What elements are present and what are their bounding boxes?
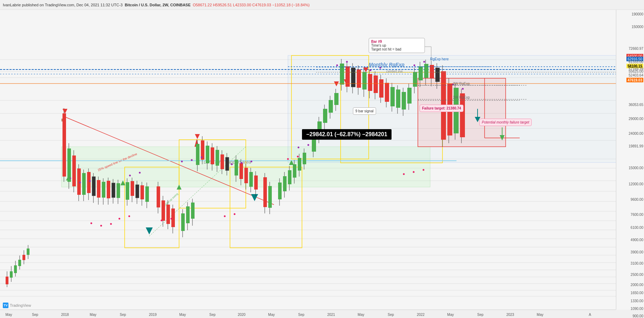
bar9-title: Bar #9 (371, 40, 422, 44)
svg-rect-174 (379, 79, 383, 98)
svg-rect-65 (72, 155, 76, 186)
svg-point-217 (308, 144, 309, 146)
price-29000: 29000.00 (629, 117, 643, 121)
price-55625: 55625.00 (629, 69, 643, 73)
failure-target-label: Failure target: 21380.74 (422, 106, 461, 110)
svg-rect-132 (254, 175, 258, 190)
svg-rect-194 (435, 68, 440, 82)
svg-rect-140 (283, 176, 287, 191)
svg-point-213 (231, 164, 233, 165)
svg-rect-156 (329, 100, 333, 113)
time-label-2022: 2022 (417, 313, 425, 317)
svg-rect-105 (186, 206, 190, 223)
nine-bar-signal-annotation: 9 bar signal (353, 107, 376, 115)
time-label-a: A (589, 313, 591, 317)
ohlc-info: O58671.22 H59526.51 L42333.00 C47619.03 … (193, 3, 310, 7)
bar9-line1: Time's up (371, 44, 422, 47)
svg-rect-103 (181, 213, 185, 231)
price-900: 900.00 (632, 314, 643, 318)
svg-rect-58 (27, 249, 29, 255)
bar9-annotation: Bar #9 Time's up Target not hit = bad (369, 38, 425, 53)
svg-rect-192 (430, 65, 434, 78)
time-label-may-2020: May (268, 313, 275, 317)
svg-rect-81 (112, 183, 115, 198)
top-bar: IvanLabrie published on TradingView.com,… (0, 0, 644, 10)
svg-point-209 (139, 172, 141, 174)
svg-rect-170 (368, 74, 372, 91)
price-1650: 1650.00 (631, 291, 643, 295)
price-72660: 72660.97 (629, 47, 643, 51)
time-label-sep-2021: Sep (388, 313, 394, 317)
price-19891: 19891.99 (629, 144, 643, 148)
monthly-rgexp-label: Monthly RgExp (369, 62, 405, 67)
svg-point-239 (423, 169, 425, 171)
svg-rect-67 (77, 168, 81, 195)
price-12000: 12000.00 (629, 182, 643, 186)
main-chart-svg: Long term support area 25% speed line fo… (0, 10, 616, 310)
svg-rect-182 (402, 92, 406, 110)
svg-rect-202 (460, 93, 465, 137)
time-label-may-2022: May (447, 313, 454, 317)
2w-rgexp-2-label: 2W RgExp (453, 95, 470, 99)
svg-point-233 (224, 216, 226, 217)
pair-info: Bitcoin / U.S. Dollar, 2W, COINBASE (125, 3, 191, 7)
time-label-2019: 2019 (149, 313, 157, 317)
svg-rect-122 (225, 157, 229, 171)
svg-rect-83 (117, 183, 120, 198)
svg-point-212 (201, 157, 203, 158)
svg-point-236 (297, 156, 299, 158)
svg-rect-124 (235, 160, 238, 175)
chart-area: Long term support area 25% speed line fo… (0, 10, 616, 310)
svg-rect-160 (340, 64, 344, 85)
tv-label: TradingView (10, 303, 31, 307)
svg-rect-52 (14, 265, 17, 273)
time-label-sep-2019: Sep (209, 313, 216, 317)
svg-rect-176 (385, 83, 389, 102)
svg-point-230 (110, 223, 112, 225)
svg-rect-95 (157, 186, 160, 207)
svg-rect-134 (263, 177, 267, 207)
price-61333: 61333.00 (629, 60, 643, 64)
svg-point-223 (423, 61, 425, 63)
price-1330: 1330.00 (631, 299, 643, 303)
svg-rect-172 (374, 75, 378, 93)
svg-rect-154 (323, 109, 327, 123)
svg-rect-118 (216, 150, 219, 166)
time-label-may-2017: May (6, 313, 12, 317)
svg-point-215 (251, 161, 252, 163)
svg-rect-54 (18, 260, 21, 266)
potential-monthly-failure-label: Potential monthly failure target (482, 120, 529, 124)
chart-container: IvanLabrie published on TradingView.com,… (0, 0, 644, 318)
svg-rect-101 (171, 208, 175, 227)
svg-rect-138 (278, 183, 282, 199)
svg-point-237 (403, 173, 405, 175)
svg-rect-144 (293, 164, 296, 178)
time-label-may-2023: May (537, 313, 544, 317)
svg-rect-158 (334, 93, 339, 105)
time-label-2020: 2020 (238, 313, 245, 317)
price-24000: 24000.00 (629, 132, 643, 135)
price-36053: 36053.65 (629, 103, 643, 107)
tv-icon: TV (3, 303, 8, 308)
svg-rect-61 (63, 113, 66, 177)
svg-rect-71 (87, 172, 91, 193)
svg-rect-148 (303, 153, 306, 164)
svg-rect-164 (351, 68, 355, 87)
svg-rect-48 (6, 277, 8, 284)
svg-rect-128 (244, 168, 248, 183)
time-label-may-2019: May (179, 313, 186, 317)
svg-rect-188 (419, 66, 423, 80)
svg-point-210 (181, 161, 183, 163)
time-label-sep-2020: Sep (298, 313, 304, 317)
time-label-sep-2017: Sep (32, 313, 38, 317)
svg-rect-126 (239, 163, 243, 179)
svg-rect-73 (92, 177, 96, 196)
svg-rect-56 (22, 255, 25, 260)
svg-point-208 (129, 175, 131, 177)
time-label-sep-2018: Sep (120, 313, 126, 317)
svg-rect-89 (136, 185, 139, 198)
svg-point-211 (191, 159, 193, 161)
tradingview-brand: TV TradingView (3, 303, 31, 308)
price-2500: 2500.00 (631, 273, 643, 277)
svg-rect-146 (298, 158, 301, 171)
